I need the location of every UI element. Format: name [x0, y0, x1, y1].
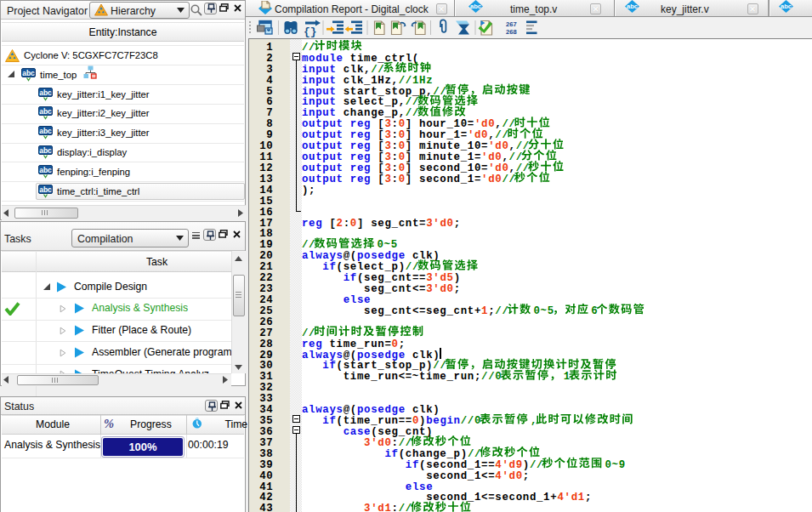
svg-text:abc: abc	[39, 185, 52, 194]
svg-text:abc: abc	[39, 166, 52, 174]
svg-text:abc: abc	[39, 146, 52, 155]
svg-text:abc: abc	[39, 107, 52, 116]
svg-text:abc: abc	[39, 127, 52, 135]
svg-text:abc: abc	[22, 69, 35, 77]
svg-text:abc: abc	[39, 88, 52, 96]
